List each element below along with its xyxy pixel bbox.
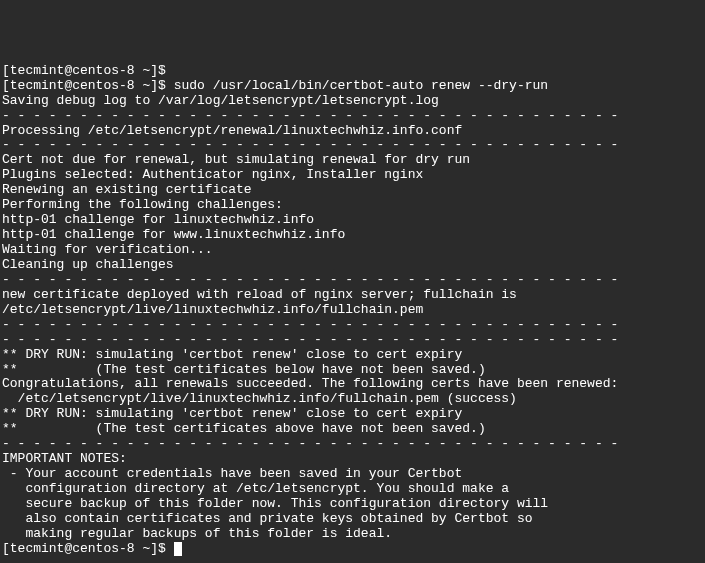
terminal-line: Performing the following challenges:	[2, 198, 703, 213]
terminal-line: ** DRY RUN: simulating 'certbot renew' c…	[2, 407, 703, 422]
terminal-line: also contain certificates and private ke…	[2, 512, 703, 527]
terminal-line: configuration directory at /etc/letsencr…	[2, 482, 703, 497]
terminal-line: IMPORTANT NOTES:	[2, 452, 703, 467]
terminal-line: [tecmint@centos-8 ~]$ sudo /usr/local/bi…	[2, 79, 703, 94]
terminal-line: [tecmint@centos-8 ~]$	[2, 64, 703, 79]
terminal-line: Waiting for verification...	[2, 243, 703, 258]
cursor-icon	[174, 542, 182, 556]
terminal-line: Congratulations, all renewals succeeded.…	[2, 377, 703, 392]
terminal-line: Processing /etc/letsencrypt/renewal/linu…	[2, 124, 703, 139]
terminal-line: Saving debug log to /var/log/letsencrypt…	[2, 94, 703, 109]
terminal-line: Cert not due for renewal, but simulating…	[2, 153, 703, 168]
terminal-line: http-01 challenge for www.linuxtechwhiz.…	[2, 228, 703, 243]
terminal-line: Renewing an existing certificate	[2, 183, 703, 198]
terminal-line: http-01 challenge for linuxtechwhiz.info	[2, 213, 703, 228]
terminal-line: new certificate deployed with reload of …	[2, 288, 703, 303]
terminal-line: - - - - - - - - - - - - - - - - - - - - …	[2, 109, 703, 124]
terminal-line: Plugins selected: Authenticator nginx, I…	[2, 168, 703, 183]
terminal-prompt-line: [tecmint@centos-8 ~]$	[2, 542, 703, 557]
terminal-line: secure backup of this folder now. This c…	[2, 497, 703, 512]
terminal-line: - - - - - - - - - - - - - - - - - - - - …	[2, 333, 703, 348]
terminal-line: /etc/letsencrypt/live/linuxtechwhiz.info…	[2, 392, 703, 407]
terminal-output[interactable]: [tecmint@centos-8 ~]$[tecmint@centos-8 ~…	[2, 64, 703, 557]
terminal-line: making regular backups of this folder is…	[2, 527, 703, 542]
terminal-line: ** (The test certificates above have not…	[2, 422, 703, 437]
terminal-line: - - - - - - - - - - - - - - - - - - - - …	[2, 273, 703, 288]
terminal-line: - - - - - - - - - - - - - - - - - - - - …	[2, 318, 703, 333]
terminal-line: - - - - - - - - - - - - - - - - - - - - …	[2, 138, 703, 153]
terminal-line: - - - - - - - - - - - - - - - - - - - - …	[2, 437, 703, 452]
terminal-prompt: [tecmint@centos-8 ~]$	[2, 541, 174, 556]
terminal-line: - Your account credentials have been sav…	[2, 467, 703, 482]
terminal-line: ** DRY RUN: simulating 'certbot renew' c…	[2, 348, 703, 363]
terminal-line: Cleaning up challenges	[2, 258, 703, 273]
terminal-line: ** (The test certificates below have not…	[2, 363, 703, 378]
terminal-line: /etc/letsencrypt/live/linuxtechwhiz.info…	[2, 303, 703, 318]
